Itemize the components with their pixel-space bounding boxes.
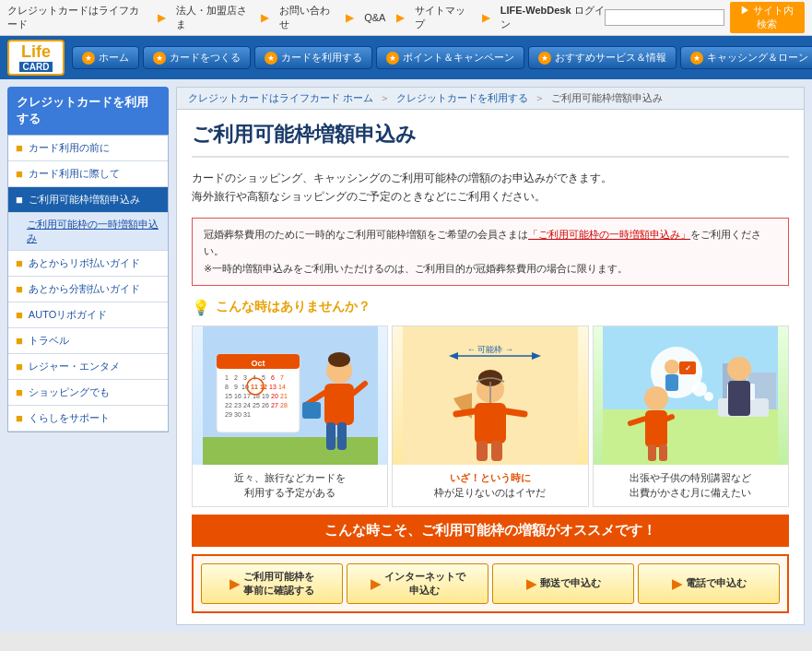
illus-box-3: ✓ 出張や子供の特別講習など	[593, 326, 789, 507]
sidebar-item-label: ショッピングでも	[29, 385, 110, 399]
svg-point-38	[328, 352, 350, 367]
svg-text:20: 20	[271, 393, 278, 399]
sep3: ▶	[346, 12, 353, 24]
btn-apply-phone[interactable]: ▶ 電話で申込む	[638, 563, 780, 604]
sidebar-item-on-use[interactable]: ■ カード利用に際して	[8, 161, 168, 187]
nav-make-card-label: カードをつくる	[170, 51, 241, 65]
sidebar-item-lifestyle[interactable]: ■ くらしをサポート	[8, 406, 168, 432]
svg-text:Oct: Oct	[251, 359, 265, 368]
arrow-icon-4: ▶	[672, 576, 682, 591]
sidebar-subitem-label: ご利用可能枠の一時増額申込み	[27, 218, 160, 245]
svg-point-67	[692, 382, 707, 397]
nav-cashing[interactable]: ★ キャッシング＆ローン	[680, 46, 812, 69]
main-content: クレジットカードはライフカード ホーム ＞ クレジットカードを利用する ＞ ご利…	[176, 87, 805, 625]
sidebar-item-before-use[interactable]: ■ カード利用の前に	[8, 136, 168, 161]
breadcrumb: クレジットカードはライフカード ホーム ＞ クレジットカードを利用する ＞ ご利…	[177, 88, 804, 110]
svg-rect-56	[477, 441, 488, 461]
svg-text:27: 27	[271, 402, 278, 408]
desc-line2: 海外旅行や高額なショッピングのご予定のときなどにご利用ください。	[192, 190, 546, 203]
svg-rect-1	[203, 437, 378, 465]
bullet-icon: ■	[16, 308, 23, 322]
svg-text:22: 22	[225, 402, 232, 408]
btn-apply-internet[interactable]: ▶ インターネットで申込む	[347, 563, 488, 604]
sidebar-item-temp-increase[interactable]: ご利用可能枠の一時増額申込み	[8, 213, 168, 251]
svg-text:17: 17	[243, 393, 251, 399]
breadcrumb-use-card[interactable]: クレジットカードを利用する	[396, 92, 528, 103]
tagline-text: クレジットカードはライフカード	[7, 4, 147, 31]
btn-check-limit[interactable]: ▶ ご利用可能枠を事前に確認する	[201, 563, 343, 604]
site-logo: Life CARD	[7, 40, 65, 76]
illus-caption-2-line2: 枠が足りないのはイヤだ	[434, 487, 546, 498]
svg-rect-77	[648, 444, 656, 461]
illus-caption-1-line1: 近々、旅行などカードを	[234, 472, 346, 483]
svg-text:23: 23	[234, 402, 241, 408]
illus-image-1: Oct 1234567 891011121314 15161718192021 …	[193, 326, 387, 465]
search-button[interactable]: ▶ サイト内検索	[730, 2, 805, 33]
illus-image-2: ← 可能枠 →	[393, 326, 587, 465]
nav-cashing-label: キャッシング＆ローン	[707, 51, 808, 65]
nav-points[interactable]: ★ ポイント＆キャンペーン	[376, 46, 524, 69]
illus-caption-1-line2: 利用する予定がある	[244, 487, 335, 498]
sidebar-item-limit-increase[interactable]: ■ ご利用可能枠増額申込み	[8, 187, 168, 213]
nav-services-label: おすすめサービス＆情報	[555, 51, 666, 65]
sidebar-item-travel[interactable]: ■ トラベル	[8, 328, 168, 354]
svg-text:9: 9	[234, 384, 238, 390]
section-heading-text: こんな時はありませんか？	[216, 299, 371, 315]
sidebar-item-shopping[interactable]: ■ ショッピングでも	[8, 380, 168, 406]
sidebar-item-label: あとからリボ払いガイド	[29, 256, 140, 270]
top-utility-bar: クレジットカードはライフカード ▶ 法人・加盟店さま ▶ お問い合わせ ▶ Q&…	[0, 0, 812, 36]
nav-use-card[interactable]: ★ カードを利用する	[254, 46, 372, 69]
svg-text:5: 5	[262, 374, 265, 381]
link-qa[interactable]: Q&A	[364, 12, 385, 23]
sidebar-title: クレジットカードを利用する	[7, 87, 169, 135]
link-contact[interactable]: お問い合わせ	[279, 4, 335, 31]
sep1: ▶	[158, 12, 165, 24]
breadcrumb-current: ご利用可能枠増額申込み	[551, 92, 663, 103]
sidebar-item-label: カード利用の前に	[29, 141, 110, 155]
nav-home[interactable]: ★ ホーム	[72, 46, 139, 69]
svg-text:30: 30	[234, 411, 241, 418]
breadcrumb-sep2: ＞	[535, 92, 545, 103]
svg-rect-70	[665, 374, 678, 391]
svg-text:✓: ✓	[685, 364, 691, 373]
desc-line1: カードのショッピング、キャッシングのご利用可能枠の増額のお申込みができます。	[192, 172, 612, 184]
nav-services[interactable]: ★ おすすめサービス＆情報	[528, 46, 677, 69]
link-corporate[interactable]: 法人・加盟店さま	[176, 4, 250, 31]
illus-box-2: ← 可能枠 →	[392, 326, 588, 507]
sidebar-item-label: レジャー・エンタメ	[29, 360, 120, 373]
svg-text:16: 16	[234, 393, 241, 399]
nav-make-card[interactable]: ★ カードをつくる	[143, 46, 251, 69]
sidebar-item-revo-guide[interactable]: ■ あとからリボ払いガイド	[8, 251, 168, 277]
sidebar-item-leisure[interactable]: ■ レジャー・エンタメ	[8, 354, 168, 380]
illus-image-3: ✓	[594, 326, 788, 465]
svg-text:11: 11	[251, 384, 258, 390]
sidebar-item-auto-revo[interactable]: ■ AUTOリボガイド	[8, 302, 168, 328]
svg-text:19: 19	[262, 393, 269, 399]
btn-apply-mail[interactable]: ▶ 郵送で申込む	[492, 563, 634, 604]
top-bar-links: クレジットカードはライフカード ▶ 法人・加盟店さま ▶ お問い合わせ ▶ Q&…	[7, 4, 605, 31]
sidebar-item-label: AUTOリボガイド	[29, 308, 107, 322]
link-webdesk[interactable]: LIFE-WebDesk ログイン	[500, 4, 605, 31]
search-input[interactable]	[605, 9, 724, 26]
svg-line-76	[667, 417, 672, 419]
notice-link[interactable]: 「ご利用可能枠の一時増額申込み」	[528, 229, 690, 240]
logo-card-text: CARD	[19, 62, 53, 72]
svg-rect-52	[475, 403, 506, 444]
svg-text:7: 7	[280, 374, 284, 381]
svg-text:8: 8	[225, 384, 229, 390]
svg-text:29: 29	[225, 411, 232, 418]
svg-rect-78	[659, 444, 667, 461]
arrow-icon-2: ▶	[371, 576, 381, 591]
breadcrumb-home[interactable]: クレジットカードはライフカード ホーム	[188, 92, 373, 103]
link-sitemap[interactable]: サイトマップ	[415, 4, 470, 31]
sidebar-item-split-guide[interactable]: ■ あとから分割払いガイド	[8, 277, 168, 302]
use-card-icon: ★	[265, 52, 277, 65]
sep4: ▶	[396, 12, 404, 24]
svg-point-69	[665, 360, 679, 374]
svg-rect-57	[491, 441, 502, 461]
bullet-icon: ■	[16, 360, 23, 373]
svg-text:15: 15	[225, 393, 232, 399]
page-description: カードのショッピング、キャッシングのご利用可能枠の増額のお申込みができます。 海…	[192, 169, 789, 207]
bullet-icon: ■	[16, 411, 23, 425]
points-icon: ★	[386, 52, 399, 65]
